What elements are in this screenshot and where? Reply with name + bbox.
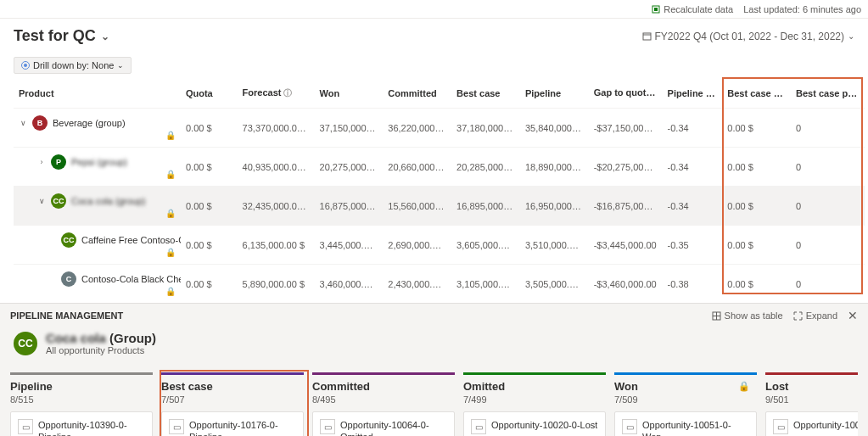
column-count: 8/515 [10, 394, 153, 405]
col-header[interactable]: Pipeline cove... [663, 82, 723, 109]
table-row[interactable]: CContoso-Cola Black Cherry Va🔒0.00 $5,89… [14, 265, 865, 304]
card-title: Opportunity-10390-0-Pipeline [38, 419, 145, 436]
cell-cov: -0.38 [663, 265, 723, 304]
column-count: 9/501 [765, 394, 858, 405]
svg-rect-1 [654, 8, 658, 11]
close-icon[interactable]: ✕ [848, 309, 858, 322]
column-color-bar [161, 372, 304, 375]
cell-forecast: 32,435,000.00 $ [238, 187, 315, 226]
product-avatar: P [51, 154, 66, 170]
drilldown-button[interactable]: Drill down by: None ⌄ [14, 57, 132, 74]
cell-forecast: 5,890,000.00 $ [238, 265, 315, 304]
lock-icon: 🔒 [165, 248, 176, 257]
expand-chevron-icon[interactable]: ∨ [37, 197, 46, 205]
cell-bcp: 0 [791, 187, 865, 226]
info-icon[interactable]: ⓘ [281, 88, 292, 98]
target-icon [21, 61, 30, 70]
product-name: Pepsi (group) [71, 157, 127, 167]
forecast-grid[interactable]: ProductQuotaForecast ⓘWonCommittedBest c… [14, 82, 865, 303]
cell-bestcase: 3,105,000.00 $ [451, 265, 520, 304]
info-icon[interactable]: ⓘ [652, 88, 663, 98]
cell-gap: -$3,460,000.00 [589, 265, 663, 304]
cell-cov: -0.34 [663, 148, 723, 187]
kanban-card[interactable]: ▭Opportunity-10020-0-LostEst. Close Da..… [463, 411, 606, 436]
product-avatar: B [32, 115, 48, 131]
cell-pipeline: 16,950,000.00 $ [520, 187, 589, 226]
table-row[interactable]: ›PPepsi (group)🔒0.00 $40,935,000.00 $20,… [14, 148, 865, 187]
group-subtitle: All opportunity Products [46, 345, 156, 355]
column-title: Won🔒 [614, 380, 757, 393]
product-name: Beverage (group) [53, 118, 126, 128]
column-count: 7/499 [463, 394, 606, 405]
col-header[interactable]: Best case disco... [722, 82, 791, 109]
cell-quota: 0.00 $ [181, 187, 238, 226]
cell-quota: 0.00 $ [181, 265, 238, 304]
lock-icon: 🔒 [738, 381, 750, 392]
table-row[interactable]: CCCaffeine Free Contoso-Cola🔒0.00 $6,135… [14, 226, 865, 265]
kanban-column: Committed8/495▭Opportunity-10064-0-Omitt… [312, 367, 455, 436]
page-title-text: Test for QC [14, 27, 96, 45]
cell-forecast: 6,135,000.00 $ [238, 226, 315, 265]
card-title: Opportunity-10064-0-Omitted [340, 419, 447, 436]
period-selector[interactable]: FY2022 Q4 (Oct 01, 2022 - Dec 31, 2022) … [642, 31, 854, 42]
kanban-card[interactable]: ▭Opportunity-10090-Actual Close...02/08/… [765, 411, 858, 436]
col-header[interactable]: Pipeline [520, 82, 589, 109]
cell-gap: -$3,445,000.00 [589, 226, 663, 265]
cell-pipeline: 3,505,000.00 $ [520, 265, 589, 304]
cell-bcp: 0 [791, 265, 865, 304]
product-avatar: C [61, 271, 76, 287]
cell-pipeline: 18,890,000.00 $ [520, 148, 589, 187]
cell-pipeline: 35,840,000.00 $ [520, 109, 589, 148]
cell-bcp: 0 [791, 148, 865, 187]
kanban-column: Lost9/501▭Opportunity-10090-Actual Close… [765, 367, 858, 436]
cell-committed: 20,660,000.00 $ [383, 148, 451, 187]
product-name: Caffeine Free Contoso-Cola [81, 235, 181, 245]
column-title: Best case [161, 380, 304, 393]
show-as-table-button[interactable]: Show as table [712, 310, 783, 321]
kanban-card[interactable]: ▭Opportunity-10390-0-PipelineEst. Close … [10, 411, 153, 436]
cell-forecast: 40,935,000.00 $ [238, 148, 315, 187]
col-header[interactable]: Quota [181, 82, 238, 109]
cell-bestcase: 20,285,000.00 $ [451, 148, 520, 187]
group-name-suffix: (Group) [106, 331, 156, 345]
product-avatar: CC [61, 232, 76, 248]
col-header[interactable]: Forecast ⓘ [238, 82, 315, 109]
page-title[interactable]: Test for QC ⌄ [14, 27, 109, 45]
cell-bestcase: 3,605,000.00 $ [451, 226, 520, 265]
cell-gap: -$20,275,000.00 [589, 148, 663, 187]
cell-cov: -0.34 [663, 187, 723, 226]
col-header[interactable]: Product [14, 82, 181, 109]
recalculate-button[interactable]: Recalculate data [652, 4, 733, 14]
cell-committed: 36,220,000.00 $ [383, 109, 451, 148]
kanban-card[interactable]: ▭Opportunity-10051-0-WonActual Close...0… [614, 411, 757, 436]
show-as-table-label: Show as table [725, 310, 783, 321]
table-row[interactable]: ∨BBeverage (group)🔒0.00 $73,370,000.00 $… [14, 109, 865, 148]
col-header[interactable]: Committed [383, 82, 451, 109]
expand-label: Expand [806, 310, 837, 321]
document-icon: ▭ [169, 419, 184, 434]
lock-icon: 🔒 [165, 287, 176, 296]
expand-button[interactable]: Expand [793, 310, 837, 321]
expand-chevron-icon[interactable]: › [37, 158, 46, 166]
expand-chevron-icon[interactable]: ∨ [19, 119, 27, 127]
kanban-card[interactable]: ▭Opportunity-10064-0-OmittedEst. Close D… [312, 411, 455, 436]
cell-pipeline: 3,510,000.00 $ [520, 226, 589, 265]
column-count: 8/495 [312, 394, 455, 405]
col-header[interactable]: Best case produ... [791, 82, 865, 109]
col-header[interactable]: Best case [451, 82, 520, 109]
document-icon: ▭ [18, 419, 33, 434]
cell-quota: 0.00 $ [181, 148, 238, 187]
kanban-column: Best case7/507▭Opportunity-10176-0-Pipel… [161, 367, 304, 436]
table-row[interactable]: ∨CCCoca cola (group)🔒0.00 $32,435,000.00… [14, 187, 865, 226]
kanban-card[interactable]: ▭Opportunity-10176-0-PipelineEst. Close … [161, 411, 304, 436]
chevron-down-icon: ⌄ [117, 61, 124, 70]
card-title: Opportunity-10090- [793, 419, 858, 431]
cell-won: 16,875,000.00 $ [315, 187, 384, 226]
col-header[interactable]: Gap to quota ⓘ [589, 82, 663, 109]
recalculate-label: Recalculate data [664, 4, 733, 14]
cell-bcd: 0.00 $ [722, 109, 791, 148]
col-header[interactable]: Won [315, 82, 384, 109]
group-avatar: CC [14, 332, 37, 355]
cell-gap: -$16,875,000.00 [589, 187, 663, 226]
cell-cov: -0.35 [663, 226, 723, 265]
